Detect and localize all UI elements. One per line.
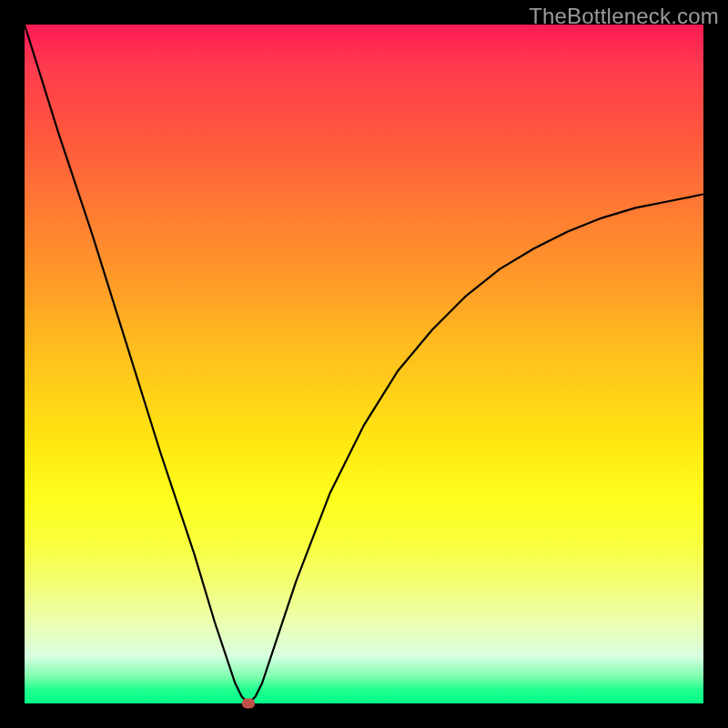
chart-frame: TheBottleneck.com [0,0,728,728]
plot-area [25,25,703,703]
bottleneck-curve [25,25,703,703]
optimum-marker [242,699,255,709]
